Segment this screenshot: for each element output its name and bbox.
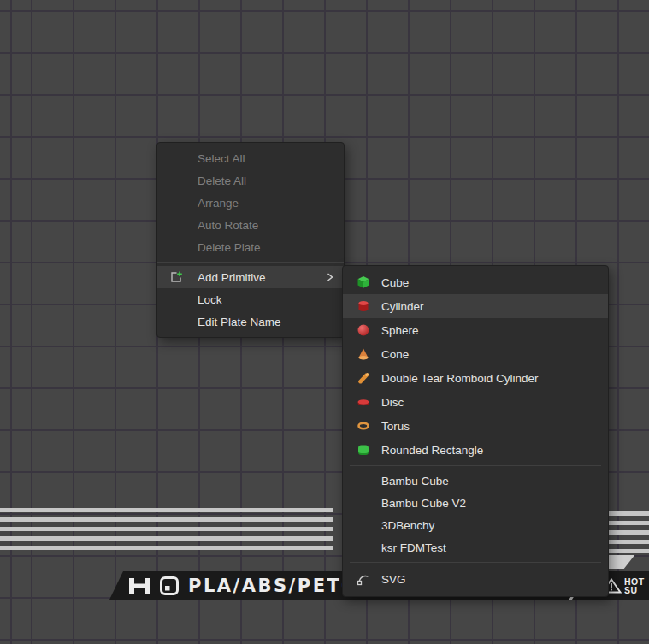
menu-separator xyxy=(157,262,344,263)
submenu-item-bambu-cube-v2[interactable]: Bambu Cube V2 xyxy=(343,492,608,514)
submenu-item-label: Torus xyxy=(381,420,410,433)
menu-item-auto-rotate: Auto Rotate xyxy=(157,214,344,236)
menu-item-edit-plate-name[interactable]: Edit Plate Name xyxy=(157,310,344,333)
menu-item-add-primitive[interactable]: Add Primitive xyxy=(157,266,344,288)
submenu-item-label: Rounded Rectangle xyxy=(381,444,483,457)
svg-curve-icon xyxy=(357,572,370,586)
menu-item-label: Delete Plate xyxy=(198,241,261,254)
submenu-item-torus[interactable]: Torus xyxy=(343,414,608,438)
submenu-item-svg[interactable]: SVG xyxy=(343,566,608,592)
submenu-separator xyxy=(350,562,601,563)
submenu-item-3dbenchy[interactable]: 3DBenchy xyxy=(343,514,608,536)
menu-item-label: Add Primitive xyxy=(198,271,266,284)
menu-item-label: Auto Rotate xyxy=(198,219,258,232)
add-primitive-icon xyxy=(169,270,183,284)
handy-logo-icon xyxy=(128,577,150,594)
menu-item-label: Lock xyxy=(198,293,222,306)
submenu-separator xyxy=(350,465,601,466)
submenu-item-label: Cube xyxy=(381,276,409,289)
submenu-item-label: Disc xyxy=(381,396,404,409)
menu-item-label: Edit Plate Name xyxy=(198,316,281,328)
cylinder-icon xyxy=(357,299,370,313)
submenu-item-cone[interactable]: Cone xyxy=(343,342,608,366)
submenu-item-cube[interactable]: Cube xyxy=(343,270,608,294)
menu-item-label: Arrange xyxy=(198,197,239,210)
bambu-logo-icon xyxy=(160,576,179,595)
submenu-item-label: Double Tear Romboid Cylinder xyxy=(381,372,539,385)
submenu-item-label: Cone xyxy=(381,348,409,361)
submenu-item-label: Bambu Cube V2 xyxy=(381,497,466,510)
submenu-item-label: Cylinder xyxy=(381,300,424,313)
submenu-item-sphere[interactable]: Sphere xyxy=(343,318,608,342)
submenu-item-label: Sphere xyxy=(381,324,419,337)
submenu-item-cylinder[interactable]: Cylinder xyxy=(343,294,608,318)
submenu-item-disc[interactable]: Disc xyxy=(343,390,608,414)
cone-icon xyxy=(357,347,370,361)
add-primitive-submenu: Cube Cylinder Sphere xyxy=(342,265,609,597)
menu-item-label: Delete All xyxy=(198,174,246,187)
warning-text-line2: SU xyxy=(624,586,648,594)
plate-material-label: PLA/ABS/PETG xyxy=(188,576,358,596)
sphere-icon xyxy=(357,323,370,337)
torus-icon xyxy=(357,419,370,433)
menu-item-delete-all: Delete All xyxy=(157,169,344,192)
cube-icon xyxy=(357,275,370,289)
rounded-rectangle-icon xyxy=(357,443,370,457)
menu-item-label: Select All xyxy=(198,152,245,165)
submenu-item-double-tear-romboid-cylinder[interactable]: Double Tear Romboid Cylinder xyxy=(343,366,608,390)
menu-item-delete-plate: Delete Plate xyxy=(157,236,344,258)
menu-item-lock[interactable]: Lock xyxy=(157,288,344,310)
submenu-item-label: ksr FDMTest xyxy=(381,541,446,554)
submenu-item-label: 3DBenchy xyxy=(381,519,434,532)
chevron-right-icon xyxy=(327,273,333,281)
menu-item-arrange: Arrange xyxy=(157,192,344,214)
submenu-item-ksr-fdmtest[interactable]: ksr FDMTest xyxy=(343,536,608,558)
submenu-item-label: Bambu Cube xyxy=(381,475,449,487)
menu-item-select-all: Select All xyxy=(157,147,344,169)
plate-stripes-left xyxy=(0,508,333,550)
submenu-item-label: SVG xyxy=(381,573,406,586)
disc-icon xyxy=(357,395,370,409)
plate-context-menu: Select All Delete All Arrange Auto Rotat… xyxy=(156,142,345,338)
submenu-item-bambu-cube[interactable]: Bambu Cube xyxy=(343,470,608,492)
romboid-cylinder-icon xyxy=(357,371,370,385)
submenu-item-rounded-rectangle[interactable]: Rounded Rectangle xyxy=(343,438,608,462)
